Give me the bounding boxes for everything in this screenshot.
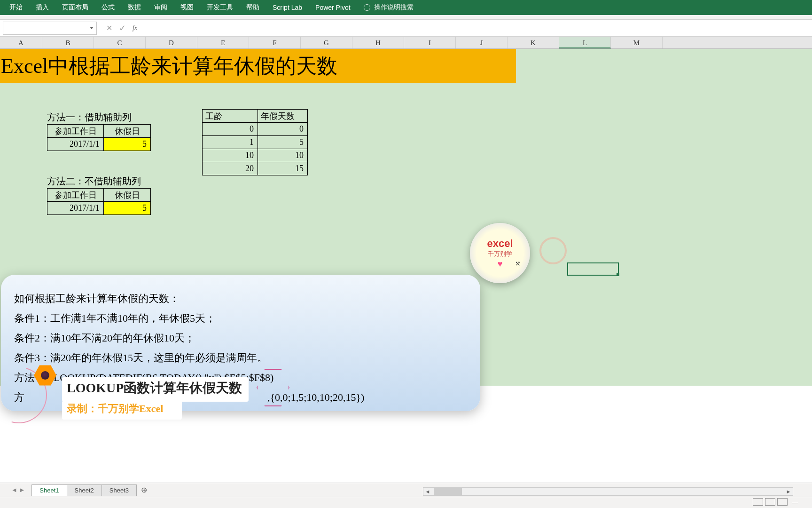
tab-data[interactable]: 数据	[128, 3, 141, 12]
heart-icon: ♥	[498, 259, 503, 269]
lk-r1c1[interactable]: 5	[258, 136, 308, 149]
lk-r2c1[interactable]: 10	[258, 149, 308, 162]
add-sheet-button[interactable]: ⊕	[136, 484, 152, 495]
formula-bar: ✕ ✓ fx	[0, 20, 812, 37]
method1-caption: 方法一：借助辅助列	[47, 111, 132, 124]
m1-v1[interactable]: 2017/1/1	[47, 138, 104, 151]
sheet-tab-1[interactable]: Sheet1	[31, 484, 67, 496]
sheet-tab-2[interactable]: Sheet2	[67, 484, 102, 496]
col-H[interactable]: H	[352, 37, 404, 48]
method2-caption: 方法二：不借助辅助列	[47, 175, 141, 188]
status-bar: —	[0, 497, 812, 508]
col-J[interactable]: J	[456, 37, 508, 48]
tab-formulas[interactable]: 公式	[102, 3, 115, 12]
lk-r2c0[interactable]: 10	[203, 149, 258, 162]
col-A[interactable]: A	[0, 37, 42, 48]
col-E[interactable]: E	[197, 37, 249, 48]
sheet-nav-arrows[interactable]: ◄ ►	[11, 486, 25, 493]
lk-r1c0[interactable]: 1	[203, 136, 258, 149]
lk-r3c1[interactable]: 15	[258, 162, 308, 175]
fx-icon[interactable]: fx	[133, 24, 137, 32]
tab-help[interactable]: 帮助	[246, 3, 259, 12]
tab-review[interactable]: 审阅	[154, 3, 167, 12]
horizontal-scrollbar[interactable]: ◄ ►	[423, 487, 793, 496]
lk-h2: 年假天数	[258, 110, 308, 123]
tab-scriptlab[interactable]: Script Lab	[273, 4, 302, 11]
tab-insert[interactable]: 插入	[36, 3, 49, 12]
m2-v1[interactable]: 2017/1/1	[47, 202, 104, 215]
view-buttons[interactable]	[751, 498, 788, 507]
badge-text2: 千万别学	[488, 250, 512, 258]
scroll-right-icon[interactable]: ►	[784, 488, 793, 495]
col-M[interactable]: M	[611, 37, 663, 48]
m1-h1: 参加工作日	[47, 125, 104, 138]
method2-table: 参加工作日休假日 2017/1/15	[47, 188, 151, 215]
m2-h2: 休假日	[104, 189, 151, 202]
worksheet-canvas[interactable]: Excel中根据工龄来计算年休假的天数 方法一：借助辅助列 参加工作日休假日 2…	[0, 49, 812, 386]
col-G[interactable]: G	[301, 37, 352, 48]
lk-r0c1[interactable]: 0	[258, 123, 308, 136]
scroll-left-icon[interactable]: ◄	[423, 488, 432, 495]
video-overlay-title: LOOKUP函数计算年休假天数	[62, 377, 249, 402]
m1-v2[interactable]: 5	[104, 138, 151, 151]
col-C[interactable]: C	[94, 37, 146, 48]
note-line2: 条件1：工作满1年不满10年的，年休假5天；	[14, 309, 467, 328]
lightbulb-icon	[364, 4, 370, 11]
sheet-title-banner: Excel中根据工龄来计算年休假的天数	[0, 49, 516, 83]
lk-r0c0[interactable]: 0	[203, 123, 258, 136]
watermark-badge: excel 千万别学 ♥	[470, 223, 530, 283]
tab-devtools[interactable]: 开发工具	[207, 3, 233, 12]
ribbon-tabs: 开始 插入 页面布局 公式 数据 审阅 视图 开发工具 帮助 Script La…	[0, 0, 812, 15]
lk-r3c0[interactable]: 20	[203, 162, 258, 175]
note-line4: 条件3：满20年的年休假15天，这里的年必须是满周年。	[14, 348, 467, 368]
sheet-tab-3[interactable]: Sheet3	[102, 484, 137, 496]
scroll-thumb[interactable]	[434, 488, 462, 495]
name-box[interactable]	[3, 22, 97, 35]
selected-cell-L[interactable]	[567, 262, 619, 276]
ribbon-collapsed-area	[0, 15, 812, 20]
tab-powerpivot[interactable]: Power Pivot	[315, 4, 351, 11]
move-cursor-icon: ⤧	[515, 260, 521, 267]
method1-table: 参加工作日休假日 2017/1/15	[47, 124, 151, 151]
tell-me-search[interactable]: 操作说明搜索	[364, 3, 427, 12]
lookup-table: 工龄年假天数 00 15 1010 2015	[202, 109, 308, 175]
chevron-down-icon	[90, 27, 94, 29]
zoom-slider[interactable]: —	[792, 500, 798, 506]
m2-h1: 参加工作日	[47, 189, 104, 202]
lk-h1: 工龄	[203, 110, 258, 123]
m1-h2: 休假日	[104, 125, 151, 138]
cancel-icon[interactable]: ✕	[106, 24, 112, 32]
check-icon[interactable]: ✓	[119, 23, 126, 33]
tab-layout[interactable]: 页面布局	[62, 3, 88, 12]
col-I[interactable]: I	[404, 37, 456, 48]
column-headers: A B C D E F G H I J K L M	[0, 37, 812, 49]
badge-text1: excel	[487, 238, 513, 250]
col-F[interactable]: F	[249, 37, 301, 48]
col-B[interactable]: B	[42, 37, 94, 48]
note-line3: 条件2：满10年不满20年的年休假10天；	[14, 328, 467, 348]
m2-v2[interactable]: 5	[104, 202, 151, 215]
note-line1: 如何根据工龄来计算年休假的天数：	[14, 289, 467, 309]
video-overlay-subtitle: 录制：千万别学Excel	[62, 401, 182, 420]
col-L[interactable]: L	[559, 37, 611, 48]
tab-view[interactable]: 视图	[180, 3, 194, 12]
click-indicator-ring	[539, 237, 567, 264]
tab-home[interactable]: 开始	[9, 3, 23, 12]
col-K[interactable]: K	[508, 37, 559, 48]
col-D[interactable]: D	[146, 37, 197, 48]
